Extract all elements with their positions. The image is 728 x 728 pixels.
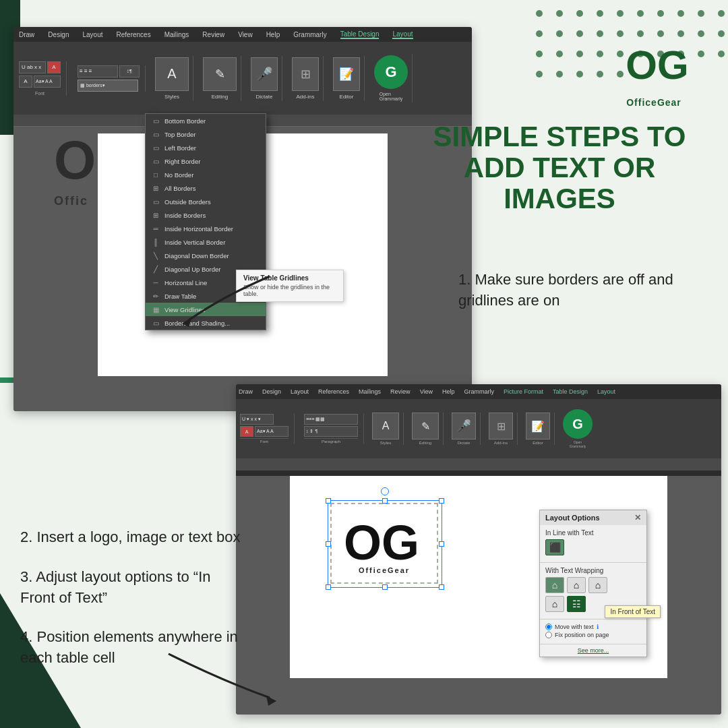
tab2-table-design[interactable]: Table Design: [553, 388, 588, 395]
diag-up-icon: ╱: [151, 264, 160, 274]
dropdown-diag-down[interactable]: ╲ Diagonal Down Border: [146, 249, 266, 262]
tab2-view[interactable]: View: [420, 388, 433, 395]
svg-marker-38: [266, 696, 276, 706]
selection-box: [328, 500, 442, 588]
tab-layout[interactable]: Layout: [82, 31, 102, 38]
tab-help[interactable]: Help: [266, 31, 280, 38]
ribbon-tabs: Draw Design Layout References Mailings R…: [13, 27, 472, 42]
dropdown-inside-borders[interactable]: ⊞ Inside Borders: [146, 208, 266, 222]
tab2-review[interactable]: Review: [390, 388, 411, 395]
layout-options-header: Layout Options ✕: [540, 510, 646, 525]
left-steps-area: 2. Insert a logo, image or text box 3. A…: [20, 527, 243, 688]
wrap-btn2[interactable]: ⌂: [567, 577, 586, 593]
screenshot-top: Draw Design Layout References Mailings R…: [13, 27, 472, 411]
svg-point-20: [536, 51, 543, 57]
tab2-draw[interactable]: Draw: [239, 388, 253, 395]
svg-point-29: [718, 51, 725, 57]
doc-area2: OG OfficeGear: [236, 476, 721, 715]
tab2-mailings[interactable]: Mailings: [359, 388, 381, 395]
fix-position-radio[interactable]: Fix position on page: [545, 632, 641, 638]
tab-references[interactable]: References: [117, 31, 151, 38]
tab-view[interactable]: View: [238, 31, 253, 38]
draw-table-icon: ✏: [151, 291, 160, 301]
borders-shading-icon: ▭: [151, 318, 160, 328]
ribbon2-tabs: Draw Design Layout References Mailings R…: [236, 384, 721, 399]
dictate-group: 🎤 Dictate: [247, 56, 282, 101]
dropdown-no-border[interactable]: □ No Border: [146, 168, 266, 181]
handle-top-left[interactable]: [326, 498, 331, 504]
tab2-references[interactable]: References: [318, 388, 349, 395]
see-more-link[interactable]: See more...: [540, 644, 646, 657]
svg-marker-36: [182, 317, 192, 327]
top-border-icon: ▭: [151, 129, 160, 139]
dictate-label: Dictate: [256, 94, 273, 100]
move-with-text-label: Move with text: [555, 624, 594, 630]
ruler2: [236, 458, 721, 471]
layout-options-close[interactable]: ✕: [634, 513, 641, 522]
addins-group: ⊞ Add-ins: [288, 56, 324, 101]
svg-point-22: [576, 51, 583, 57]
dropdown-inside-horiz[interactable]: ═ Inside Horizontal Border: [146, 222, 266, 235]
tab2-layout[interactable]: Layout: [291, 388, 309, 395]
svg-point-19: [718, 30, 725, 37]
wrap-btn1[interactable]: ⌂: [545, 577, 564, 593]
tab2-picture-format[interactable]: Picture Format: [504, 388, 543, 395]
dropdown-left-border[interactable]: ▭ Left Border: [146, 141, 266, 154]
svg-point-3: [597, 10, 603, 17]
wrapping-row1: ⌂ ⌂ ⌂: [545, 577, 641, 593]
inline-option-row: ⬛: [545, 539, 641, 555]
tab-mailings[interactable]: Mailings: [164, 31, 189, 38]
editor-label: Editor: [340, 94, 354, 100]
dropdown-outside-borders[interactable]: ▭ Outside Borders: [146, 195, 266, 208]
layout-options-title: Layout Options: [545, 514, 600, 522]
editing2-label: Editing: [419, 441, 431, 445]
tab2-layout2[interactable]: Layout: [597, 388, 615, 395]
step2-item: 2. Insert a logo, image or text box: [20, 527, 243, 548]
dropdown-bottom-border[interactable]: ▭ Bottom Border: [146, 114, 266, 127]
dropdown-all-borders[interactable]: ⊞ All Borders: [146, 181, 266, 195]
wrap-btn3[interactable]: ⌂: [588, 577, 607, 593]
tab2-help[interactable]: Help: [442, 388, 455, 395]
heading-line1: SIMPLE STEPS TO ADD TEXT OR IMAGES: [431, 121, 688, 215]
handle-middle-left[interactable]: [326, 541, 331, 547]
radio-section: Move with text ℹ Fix position on page: [540, 619, 646, 644]
svg-point-28: [698, 51, 704, 57]
tab2-grammarly[interactable]: Grammarly: [464, 388, 495, 395]
dropdown-right-border[interactable]: ▭ Right Border: [146, 154, 266, 168]
screenshot-bottom: Draw Design Layout References Mailings R…: [236, 384, 721, 715]
view-gridlines-icon: ▦: [151, 305, 160, 314]
svg-point-4: [617, 10, 624, 17]
tab2-design[interactable]: Design: [262, 388, 281, 395]
handle-top-middle[interactable]: [382, 498, 388, 504]
styles2-label: Styles: [380, 441, 391, 445]
rotate-handle[interactable]: [381, 487, 389, 495]
tab-review[interactable]: Review: [202, 31, 224, 38]
tab-design[interactable]: Design: [48, 31, 69, 38]
dropdown-inside-vert[interactable]: ║ Inside Vertical Border: [146, 235, 266, 249]
step3-text: 3. Adjust layout options to “In Front of…: [20, 567, 243, 609]
tab-layout2[interactable]: Layout: [392, 30, 413, 39]
tab-grammarly[interactable]: Grammarly: [293, 31, 326, 38]
right-border-icon: ▭: [151, 156, 160, 166]
svg-point-13: [597, 30, 603, 37]
svg-point-5: [637, 10, 644, 17]
svg-point-33: [597, 71, 603, 78]
tab-table-design[interactable]: Table Design: [340, 30, 380, 39]
handle-bottom-middle[interactable]: [382, 584, 388, 590]
svg-point-6: [657, 10, 664, 17]
dropdown-top-border[interactable]: ▭ Top Border: [146, 127, 266, 141]
handle-bottom-left[interactable]: [326, 584, 331, 590]
tab-draw[interactable]: Draw: [19, 31, 34, 38]
wrap-btn5[interactable]: ☷: [567, 596, 586, 612]
ribbon2: Draw Design Layout References Mailings R…: [236, 384, 721, 458]
handle-top-right[interactable]: [439, 498, 444, 504]
inline-text-section: In Line with Text ⬛: [540, 525, 646, 563]
bottom-border-icon: ▭: [151, 116, 160, 125]
move-with-text-radio[interactable]: Move with text ℹ: [545, 624, 641, 630]
svg-point-32: [576, 71, 583, 78]
inline-btn[interactable]: ⬛: [545, 539, 564, 555]
handle-bottom-right[interactable]: [439, 584, 444, 590]
handle-middle-right[interactable]: [439, 541, 444, 547]
wrap-btn4[interactable]: ⌂: [545, 596, 564, 612]
addins-label: Add-ins: [296, 94, 314, 100]
